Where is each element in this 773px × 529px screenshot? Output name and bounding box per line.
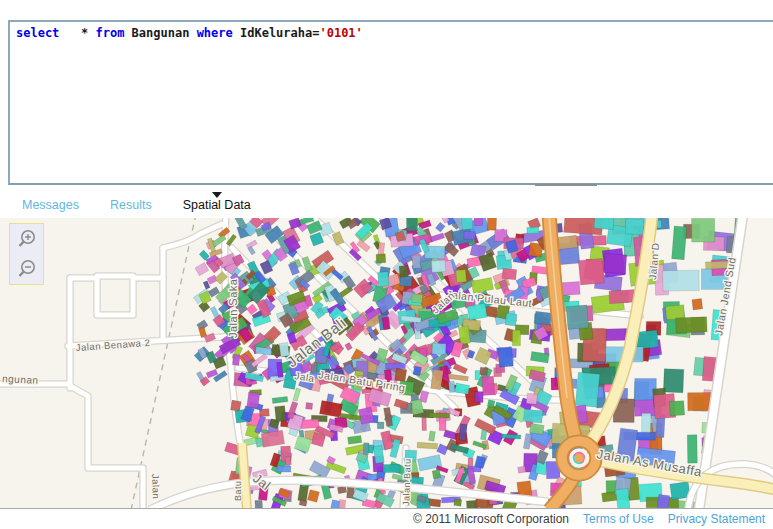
query-line: select * from Bangunan where IdKeluraha=…	[16, 26, 768, 41]
sql-query-editor[interactable]: select * from Bangunan where IdKeluraha=…	[8, 20, 773, 185]
building-footprint	[376, 254, 386, 263]
building-footprint	[429, 431, 436, 441]
building-footprint	[363, 443, 369, 455]
building-footprint	[412, 255, 421, 269]
tab-messages[interactable]: Messages	[20, 196, 81, 218]
query-token: Bangunan	[124, 26, 196, 40]
building-footprint	[481, 430, 487, 440]
building-footprint	[275, 406, 286, 422]
magnifier-minus-icon	[16, 258, 38, 280]
building-footprint	[399, 266, 408, 278]
street-label: Batu	[233, 480, 243, 501]
building-footprint	[377, 422, 384, 429]
query-token: where	[197, 26, 233, 40]
building-footprint	[487, 400, 495, 408]
building-footprint	[412, 294, 423, 303]
building-footprint	[672, 226, 687, 260]
building-footprint	[382, 317, 390, 330]
street-label: Jalan Saka	[227, 278, 239, 338]
building-footprint	[232, 354, 240, 365]
query-token: select	[16, 26, 59, 40]
building-footprint	[432, 343, 446, 354]
building-footprint	[604, 254, 627, 274]
building-footprint	[255, 500, 263, 508]
building-footprint	[642, 413, 651, 432]
building-footprint	[299, 500, 307, 507]
building-footprint	[285, 456, 292, 465]
building-footprint	[461, 218, 473, 230]
page: select * from Bangunan where IdKeluraha=…	[0, 0, 773, 529]
building-footprint	[247, 392, 260, 408]
building-footprint	[378, 272, 389, 287]
building-footprint	[505, 313, 517, 326]
building-footprint	[663, 270, 700, 291]
map-zoom-panel	[9, 223, 44, 285]
query-token: from	[95, 26, 124, 40]
zoom-out-button[interactable]	[14, 256, 40, 282]
building-footprint	[594, 218, 614, 230]
building-footprint	[578, 258, 604, 285]
building-footprint	[529, 423, 544, 434]
building-footprint	[657, 495, 670, 508]
street-label: Jalan Batu	[401, 458, 413, 506]
zoom-in-button[interactable]	[14, 226, 40, 252]
building-footprint	[482, 376, 495, 395]
building-footprint	[406, 218, 417, 231]
building-footprint	[518, 466, 526, 473]
building-footprint	[575, 372, 600, 407]
building-footprint	[464, 231, 475, 239]
building-footprint	[417, 442, 437, 449]
building-footprint	[498, 347, 514, 368]
building-footprint	[625, 219, 643, 235]
building-footprint	[475, 392, 483, 403]
street-label: ngunan	[2, 373, 39, 386]
footer-link-terms-of-use[interactable]: Terms of Use	[583, 512, 654, 526]
building-footprint	[501, 434, 521, 439]
query-token: IdKeluraha=	[233, 26, 320, 40]
building-footprint	[432, 470, 441, 479]
building-footprint	[692, 299, 703, 310]
building-footprint	[526, 393, 537, 404]
building-footprint	[527, 227, 539, 234]
query-token: *	[59, 26, 95, 40]
building-footprint	[429, 413, 450, 418]
footer-bar: © 2011 Microsoft CorporationTerms of Use…	[0, 509, 773, 529]
building-footprint	[456, 270, 467, 283]
building-footprint	[566, 305, 589, 329]
building-footprint	[523, 409, 543, 423]
building-footprint	[454, 499, 462, 506]
building-footprint	[467, 303, 487, 320]
building-footprint	[300, 419, 319, 429]
building-footprint	[487, 218, 497, 230]
query-token: '0101'	[319, 26, 362, 40]
building-footprint	[687, 435, 697, 463]
building-footprint	[277, 466, 291, 472]
building-footprint	[378, 243, 385, 256]
building-footprint	[480, 367, 488, 375]
building-footprint	[383, 465, 400, 473]
magnifier-plus-icon	[16, 228, 38, 250]
building-footprint	[459, 424, 467, 441]
tab-results[interactable]: Results	[108, 196, 154, 218]
footer-content: © 2011 Microsoft CorporationTerms of Use…	[413, 512, 773, 526]
building-footprint	[692, 218, 715, 242]
building-footprint	[676, 317, 708, 333]
map-canvas[interactable]: Jalan SakaJalan BaliJalan Benawa 2ngunan…	[0, 218, 773, 508]
building-footprint	[231, 400, 242, 411]
tab-spatial-data[interactable]: Spatial Data	[181, 196, 253, 218]
spatial-data-map[interactable]: Jalan SakaJalan BaliJalan Benawa 2ngunan…	[0, 218, 773, 509]
building-footprint	[339, 500, 346, 508]
building-footprint	[431, 260, 446, 272]
building-footprint	[386, 363, 406, 369]
footer-link-privacy-statement[interactable]: Privacy Statement	[668, 512, 765, 526]
tab-bar: MessagesResultsSpatial Data	[0, 190, 773, 218]
street-label: Jalan	[150, 474, 162, 500]
building-footprint	[502, 268, 517, 279]
building-footprint	[306, 402, 313, 409]
building-footprint	[616, 488, 631, 508]
building-footprint	[449, 381, 455, 392]
building-footprint	[475, 370, 480, 379]
building-footprint	[474, 218, 483, 226]
building-footprint	[458, 326, 470, 344]
building-footprint	[534, 311, 551, 325]
